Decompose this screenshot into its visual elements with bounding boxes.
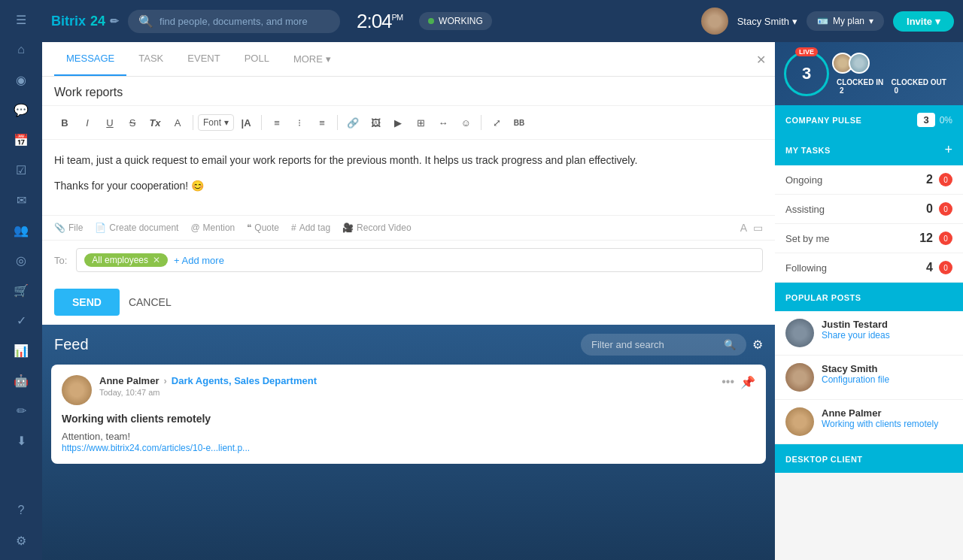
task-row-set-by-me[interactable]: Set by me 12 0 [775, 224, 963, 253]
people-icon[interactable]: 👥 [8, 216, 35, 244]
to-row: To: All employees ✕ + Add more [42, 240, 775, 280]
task-assisting-count: 0 [926, 202, 933, 216]
desktop-client-section: DESKTOP CLIENT [775, 444, 963, 473]
tab-event[interactable]: EVENT [175, 42, 232, 76]
tab-poll[interactable]: POLL [232, 42, 281, 76]
logo-num: 24 [90, 14, 105, 29]
popular-link-justin[interactable]: Share your ideas [822, 330, 952, 341]
feed-search-bar[interactable]: 🔍 [581, 334, 746, 356]
tab-more[interactable]: MORE ▾ [281, 42, 343, 76]
link-button[interactable]: 🔗 [342, 112, 363, 133]
feed-icon[interactable]: ◉ [8, 66, 35, 93]
table-button[interactable]: ⊞ [410, 112, 431, 133]
send-button[interactable]: SEND [54, 289, 120, 316]
task-row-following[interactable]: Following 4 0 [775, 253, 963, 283]
compose-close-button[interactable]: ✕ [756, 52, 766, 66]
emoji-button[interactable]: ☺ [455, 112, 476, 133]
analytics-icon[interactable]: 📊 [8, 337, 35, 364]
post-actions: ••• 📌 [721, 375, 755, 389]
menu-icon[interactable]: ☰ [8, 6, 35, 33]
ordered-list-button[interactable]: ≡ [266, 112, 287, 133]
format-button[interactable]: Tx [144, 112, 166, 133]
tasks-icon[interactable]: ☑ [8, 156, 35, 183]
tab-task[interactable]: TASK [126, 42, 175, 76]
task-ongoing-label: Ongoing [785, 174, 926, 186]
color-button[interactable]: A [167, 112, 188, 133]
popular-link-anne[interactable]: Working with clients remotely [822, 419, 952, 429]
layout-icon[interactable]: ▭ [753, 222, 763, 234]
mention-button[interactable]: @ Mention [190, 222, 235, 233]
task-ongoing-badge: 0 [939, 173, 952, 186]
task-row-assisting[interactable]: Assisting 0 0 [775, 195, 963, 224]
invite-button[interactable]: Invite ▾ [893, 11, 954, 32]
main-content: Bitrix 24 ✏ 🔍 2:04PM WORKING Stacy Smith… [42, 0, 963, 560]
document-icon: 📄 [95, 222, 106, 233]
align-button[interactable]: ≡ [311, 112, 333, 133]
underline-button[interactable]: U [99, 112, 120, 133]
task-row-ongoing[interactable]: Ongoing 2 0 [775, 165, 963, 195]
user-name-display[interactable]: Stacy Smith ▾ [737, 16, 797, 27]
question-icon[interactable]: ? [8, 497, 35, 524]
feed-settings-icon[interactable]: ⚙ [752, 338, 763, 352]
popular-item-anne[interactable]: Anne Palmer Working with clients remotel… [775, 400, 963, 444]
video-button[interactable]: ▶ [387, 112, 409, 133]
cancel-button[interactable]: CANCEL [129, 296, 172, 308]
post-more-icon[interactable]: ••• [721, 375, 734, 389]
text-format-icon[interactable]: A [740, 222, 747, 234]
calendar-icon[interactable]: 📅 [8, 126, 35, 153]
expand-button[interactable]: ⤢ [486, 112, 507, 133]
search-input[interactable] [159, 16, 330, 27]
add-task-button[interactable]: + [944, 142, 952, 158]
post-header: Anne Palmer › Dark Agents, Sales Departm… [62, 375, 755, 405]
popular-item-justin[interactable]: Justin Testard Share your ideas [775, 311, 963, 356]
search-bar[interactable]: 🔍 [128, 10, 340, 33]
popular-item-stacy[interactable]: Stacy Smith Configuration file [775, 356, 963, 400]
feed-search-input[interactable] [591, 339, 718, 350]
to-field[interactable]: All employees ✕ + Add more [76, 248, 763, 272]
check-icon[interactable]: ✓ [8, 307, 35, 334]
popular-link-stacy[interactable]: Configuration file [822, 374, 952, 385]
font-select[interactable]: Font ▾ [198, 114, 234, 131]
record-video-button[interactable]: 🎥 Record Video [342, 222, 412, 233]
quote-button[interactable]: ❝ Quote [247, 222, 279, 233]
create-document-button[interactable]: 📄 Create document [95, 222, 178, 233]
attach-file-button[interactable]: 📎 File [54, 222, 83, 233]
post-target[interactable]: Dark Agents, Sales Department [172, 375, 317, 386]
settings-icon[interactable]: ⚙ [8, 527, 35, 554]
italic-button[interactable]: I [77, 112, 98, 133]
download-icon[interactable]: ⬇ [8, 427, 35, 454]
popular-info-anne: Anne Palmer Working with clients remotel… [822, 407, 952, 429]
post-link[interactable]: https://www.bitrix24.com/articles/10-e..… [62, 443, 250, 453]
code-button[interactable]: ↔ [433, 112, 454, 133]
chat-icon[interactable]: 💬 [8, 96, 35, 123]
code-block-button[interactable]: BB [509, 112, 530, 133]
unordered-list-button[interactable]: ⁝ [289, 112, 310, 133]
send-row: SEND CANCEL [42, 280, 775, 325]
clocked-circle: LIVE 3 [784, 51, 829, 96]
company-pulse-percent: 0% [940, 115, 952, 126]
remove-recipient-button[interactable]: ✕ [153, 255, 160, 265]
strikethrough-button[interactable]: S [122, 112, 143, 133]
user-avatar[interactable] [701, 8, 728, 35]
post-pin-icon[interactable]: 📌 [740, 375, 755, 389]
font-size-button[interactable]: |A [235, 112, 257, 133]
desktop-client-label: DESKTOP CLIENT [785, 455, 863, 464]
add-more-button[interactable]: + Add more [174, 255, 224, 266]
tab-message[interactable]: MESSAGE [54, 42, 126, 76]
mail-icon[interactable]: ✉ [8, 186, 35, 213]
robot-icon[interactable]: 🤖 [8, 367, 35, 394]
home-icon[interactable]: ⌂ [8, 36, 35, 63]
toolbar-separator-3 [337, 115, 338, 130]
brush-icon[interactable]: ✏ [8, 397, 35, 424]
bold-button[interactable]: B [54, 112, 75, 133]
image-button[interactable]: 🖼 [365, 112, 386, 133]
add-tag-button[interactable]: # Add tag [291, 222, 330, 233]
compose-body[interactable]: Hi team, just a quick request to email y… [42, 140, 775, 215]
compose-body-line1: Hi team, just a quick request to email y… [54, 152, 763, 168]
working-badge[interactable]: WORKING [419, 12, 492, 30]
cart-icon[interactable]: 🛒 [8, 277, 35, 304]
popular-posts-header: POPULAR POSTS [775, 283, 963, 311]
my-plan-button[interactable]: 🪪 My plan ▾ [807, 11, 884, 31]
paperclip-icon: 📎 [54, 222, 65, 233]
target-icon[interactable]: ◎ [8, 247, 35, 274]
